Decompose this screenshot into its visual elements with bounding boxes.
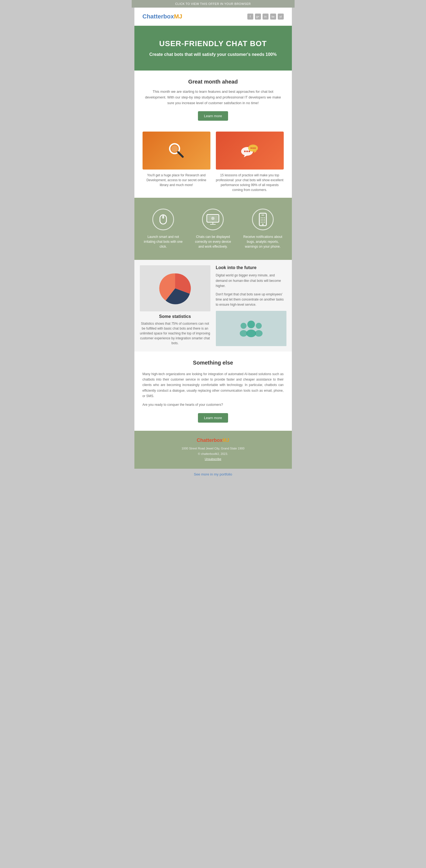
col-left-text: You'll get a huge place for Research and… [143, 173, 210, 187]
stats-right: Look into the future Digital world go bi… [216, 265, 286, 346]
great-month-body: This month we are starting to learn feat… [143, 89, 284, 106]
feature-phone-text: Receive notifications about bugs, analyt… [242, 235, 283, 249]
pie-chart-wrapper [140, 265, 210, 311]
stats-section: Some statistics Statistics shows that 75… [134, 260, 292, 351]
learn-more-button-1[interactable]: Learn more [198, 111, 228, 121]
footer-copyright: © chatterboxMJ, 2023. [143, 452, 284, 457]
social-icons: f g+ in tw yt [247, 13, 284, 20]
chat-bubbles-icon [239, 141, 261, 160]
footer-logo-mj: MJ [223, 437, 229, 443]
unsubscribe-link[interactable]: Unsubscribe [205, 457, 221, 461]
phone-icon [258, 212, 268, 226]
something-section: Something else Many high-tech organizati… [134, 351, 292, 431]
stats-inner: Some statistics Statistics shows that 75… [140, 265, 286, 346]
monitor-icon [206, 214, 220, 225]
svg-point-24 [261, 217, 262, 218]
team-icon [237, 318, 265, 339]
col-right-text: 15 lesssons of practice will make you to… [216, 173, 284, 192]
svg-point-29 [264, 219, 265, 220]
future-p2: Don't forget that chat bots save up empl… [216, 292, 286, 308]
feature-monitor-text: Chats can be displayed correctly on ever… [192, 235, 234, 249]
svg-point-26 [264, 217, 265, 218]
learn-more-button-2[interactable]: Learn more [198, 413, 228, 423]
svg-line-1 [178, 152, 183, 157]
svg-point-31 [262, 222, 263, 223]
monitor-icon-circle [202, 209, 224, 230]
top-bar-text: CLICK TO VIEW THIS OFFER IN YOUR BROWSER [175, 2, 251, 5]
top-bar: CLICK TO VIEW THIS OFFER IN YOUR BROWSER [132, 0, 294, 8]
svg-point-20 [211, 217, 215, 220]
svg-point-9 [250, 148, 252, 149]
svg-point-36 [240, 330, 247, 337]
svg-point-27 [261, 219, 262, 220]
svg-point-11 [254, 148, 255, 149]
col-right: 15 lesssons of practice will make you to… [213, 131, 286, 192]
logo: ChatterboxMJ [143, 13, 182, 20]
great-month-heading: Great month ahead [143, 79, 284, 85]
footer-logo-chat: Chatterbox [197, 437, 222, 443]
team-image-wrapper [216, 311, 286, 346]
googleplus-icon[interactable]: g+ [255, 13, 261, 20]
mouse-icon-circle [152, 209, 174, 230]
something-body2: Are you ready to conquer the hearts of y… [143, 402, 284, 407]
logo-chat: Chatterbox [143, 13, 174, 20]
svg-point-30 [261, 222, 262, 223]
pie-chart [158, 271, 193, 306]
great-month-section: Great month ahead This month we are star… [134, 70, 292, 129]
svg-point-25 [262, 217, 263, 218]
svg-point-33 [247, 321, 255, 328]
svg-rect-15 [162, 215, 164, 219]
email-wrapper: CLICK TO VIEW THIS OFFER IN YOUR BROWSER… [132, 0, 294, 479]
svg-point-38 [255, 330, 262, 337]
svg-point-35 [240, 323, 247, 329]
footer-address: 1000 Street Road Jewel City, Grand State… [143, 446, 284, 452]
future-p1: Digital world go bigger every minute, an… [216, 273, 286, 289]
stats-heading: Some statistics [140, 314, 210, 319]
col-right-image [216, 131, 284, 169]
stats-left: Some statistics Statistics shows that 75… [140, 265, 210, 346]
svg-point-23 [262, 223, 264, 225]
col-left-image [143, 131, 210, 169]
feature-phone: Receive notifications about bugs, analyt… [239, 206, 286, 252]
svg-point-32 [264, 222, 265, 223]
feature-monitor: Chats can be displayed correctly on ever… [190, 206, 236, 252]
feature-mouse: Launch smart and not irritating chat bot… [140, 206, 187, 252]
future-heading: Look into the future [216, 265, 286, 270]
hero-section: USER-FRIENDLY CHAT BOT Create chat bots … [134, 26, 292, 70]
logo-mj: MJ [174, 13, 182, 20]
mouse-icon [158, 213, 169, 226]
header: ChatterboxMJ f g+ in tw yt [134, 8, 292, 26]
two-col-section: You'll get a huge place for Research and… [134, 129, 292, 198]
footer-logo: ChatterboxMJ [143, 437, 284, 443]
facebook-icon[interactable]: f [247, 13, 253, 20]
feature-mouse-text: Launch smart and not irritating chat bot… [143, 235, 184, 249]
col-left: You'll get a huge place for Research and… [140, 131, 213, 192]
hero-title: USER-FRIENDLY CHAT BOT [143, 39, 284, 48]
footer: ChatterboxMJ 1000 Street Road Jewel City… [134, 431, 292, 469]
svg-point-5 [246, 151, 248, 152]
svg-point-28 [262, 219, 263, 220]
portfolio-link[interactable]: See more in my portfolio [194, 472, 232, 476]
svg-point-2 [171, 145, 178, 152]
svg-point-37 [256, 323, 262, 329]
search-icon [167, 141, 186, 160]
something-heading: Something else [143, 360, 284, 366]
something-body1: Many high-tech organizations are looking… [143, 371, 284, 399]
hero-subtitle: Create chat bots that will satisfy your … [143, 52, 284, 57]
features-section: Launch smart and not irritating chat bot… [134, 198, 292, 260]
email-container: ChatterboxMJ f g+ in tw yt USER-FRIENDLY… [134, 8, 292, 469]
stats-body: Statistics shows that 75% of customers c… [140, 321, 210, 346]
svg-point-10 [252, 148, 254, 149]
twitter-icon[interactable]: tw [270, 13, 276, 20]
svg-point-6 [249, 151, 250, 152]
youtube-icon[interactable]: yt [278, 13, 284, 20]
phone-icon-circle [252, 209, 274, 230]
svg-point-34 [246, 330, 256, 337]
svg-point-4 [244, 151, 246, 152]
portfolio-section: See more in my portfolio [132, 469, 294, 479]
linkedin-icon[interactable]: in [262, 13, 268, 20]
